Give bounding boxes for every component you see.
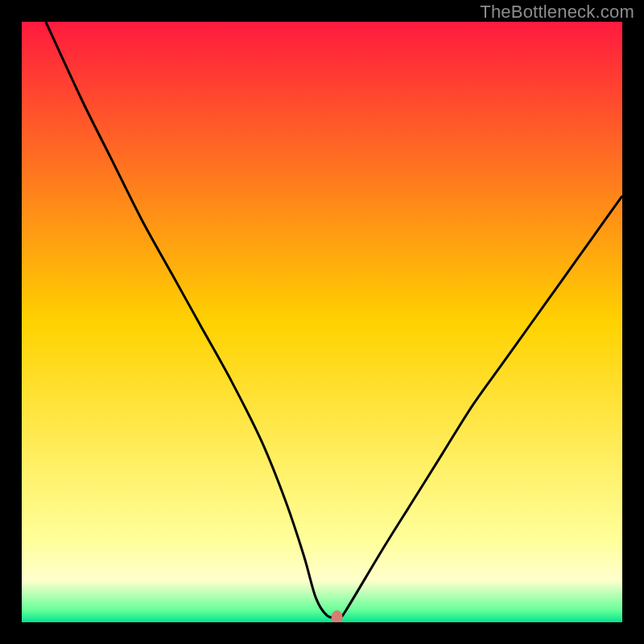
plot-area: [22, 22, 622, 622]
watermark-text: TheBottleneck.com: [480, 2, 634, 23]
chart-svg: [22, 22, 622, 622]
chart-frame: TheBottleneck.com: [0, 0, 644, 644]
